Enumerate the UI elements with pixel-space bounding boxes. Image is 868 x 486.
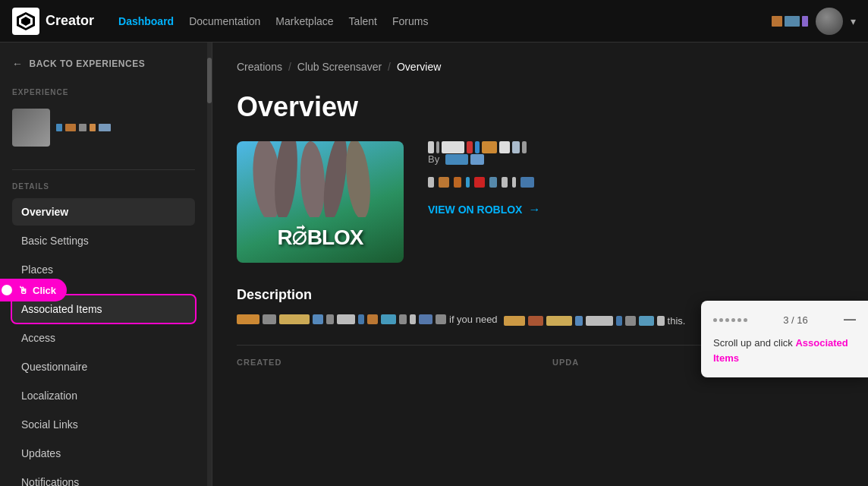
px3 [802, 16, 808, 27]
gtb-4 [467, 141, 473, 153]
sidebar-item-label: Overview [21, 206, 68, 218]
details-label: DETAILS [12, 182, 195, 191]
brand-label: Creator [46, 13, 94, 29]
breadcrumb-club-screensaver[interactable]: Club Screensaver [297, 61, 382, 73]
dtb-3 [279, 314, 310, 324]
dtb-17 [575, 316, 583, 326]
sidebar: ← BACK TO EXPERIENCES EXPERIENCE [0, 43, 212, 486]
sb-6 [489, 177, 497, 188]
svg-point-5 [298, 141, 326, 217]
sidebar-item-localization[interactable]: Localization [12, 382, 195, 409]
dtb-16 [546, 316, 572, 326]
sidebar-item-social-links[interactable]: Social Links [12, 411, 195, 438]
sidebar-item-updates[interactable]: Updates [12, 440, 195, 467]
nav-links: Dashboard Documentation Marketplace Tale… [118, 15, 428, 27]
dtb-6 [337, 314, 355, 324]
sidebar-item-notifications[interactable]: Notifications [12, 469, 195, 486]
by-name-blocks [445, 154, 484, 165]
view-on-roblox-button[interactable]: VIEW ON ROBLOX → [428, 203, 844, 216]
nav-forums[interactable]: Forums [392, 15, 428, 27]
exp-dot-3 [79, 124, 86, 131]
sidebar-scrollbar[interactable] [207, 43, 212, 486]
popup-counter: 3 / 16 [783, 314, 808, 326]
floating-popup: 3 / 16 — Scroll up and click Associated … [701, 301, 868, 377]
popup-text: Scroll up and click Associated Items [713, 336, 856, 365]
desc-suffix2: this. [668, 315, 686, 327]
popup-dot-2 [719, 318, 723, 322]
gtb-5 [475, 141, 480, 153]
gtb-7 [499, 141, 510, 153]
dtb-2 [263, 314, 276, 324]
sb-4 [466, 177, 470, 188]
game-card: R⦳BLOX By [237, 141, 844, 263]
gtb-1 [428, 141, 434, 153]
popup-dot-3 [725, 318, 729, 322]
exp-dot-1 [56, 124, 62, 131]
nav-dashboard[interactable]: Dashboard [118, 15, 174, 27]
dtb-7 [358, 314, 364, 324]
cursor-icon: 🖱 [18, 285, 28, 296]
sidebar-item-label: Updates [21, 447, 61, 459]
back-to-experiences-button[interactable]: ← BACK TO EXPERIENCES [0, 43, 207, 82]
game-thumbnail: R⦳BLOX [237, 141, 404, 263]
dtb-4 [313, 314, 323, 324]
popup-text-content: Scroll up and click [713, 337, 793, 349]
view-btn-label: VIEW ON ROBLOX [428, 204, 522, 216]
click-tooltip: 🖱 Click [0, 279, 67, 301]
popup-header: 3 / 16 — [713, 313, 856, 327]
stat-blocks [428, 177, 844, 188]
px1 [772, 16, 782, 27]
sb-5 [474, 177, 485, 188]
back-label: BACK TO EXPERIENCES [30, 58, 146, 69]
dtb-5 [326, 314, 334, 324]
popup-dot-1 [713, 318, 717, 322]
nav-marketplace[interactable]: Marketplace [275, 15, 333, 27]
gtb-8 [512, 141, 520, 153]
nav-documentation[interactable]: Documentation [189, 15, 260, 27]
sb-1 [428, 177, 434, 188]
dtb-14 [504, 316, 525, 326]
popup-dot-5 [737, 318, 741, 322]
dtb-18 [586, 316, 613, 326]
avatar[interactable] [816, 8, 843, 35]
experience-preview [12, 104, 195, 151]
sb-9 [520, 177, 534, 188]
dtb-1 [237, 314, 259, 324]
dtb-20 [625, 316, 636, 326]
exp-thumbnail [12, 109, 50, 147]
page-title: Overview [237, 91, 844, 123]
details-section: DETAILS Overview Basic Settings Places 🖱… [0, 176, 207, 486]
sidebar-item-access[interactable]: Access [12, 324, 195, 352]
logo-area[interactable]: Creator [12, 8, 94, 35]
bnb-2 [470, 154, 484, 165]
sidebar-item-label: Questionnaire [21, 361, 87, 373]
game-title-blocks [428, 141, 844, 153]
breadcrumb-creations[interactable]: Creations [237, 61, 282, 73]
gtb-9 [522, 141, 527, 153]
popup-minimize-button[interactable]: — [844, 313, 856, 327]
desc-suffix: if you need [449, 314, 498, 325]
dtb-12 [419, 314, 432, 324]
chevron-down-icon[interactable]: ▾ [851, 15, 856, 27]
gtb-2 [436, 141, 439, 153]
gtb-3 [442, 141, 464, 153]
pixel-blocks [772, 16, 808, 27]
exp-dot-2 [65, 124, 76, 131]
sidebar-item-basic-settings[interactable]: Basic Settings [12, 227, 195, 254]
nav-right: ▾ [772, 8, 856, 35]
sidebar-item-label: Notifications [21, 476, 79, 486]
sidebar-item-label: Localization [21, 390, 77, 402]
logo-box [12, 8, 39, 35]
nav-talent[interactable]: Talent [349, 15, 377, 27]
sidebar-divider [12, 169, 195, 170]
by-label: By [428, 153, 439, 165]
sidebar-item-questionnaire[interactable]: Questionnaire [12, 353, 195, 380]
sb-2 [439, 177, 449, 188]
dtb-21 [639, 316, 654, 326]
by-row: By [428, 153, 844, 165]
sb-3 [454, 177, 461, 188]
experience-label: EXPERIENCE [12, 88, 195, 96]
popup-dot-6 [744, 318, 747, 322]
px2 [785, 16, 800, 27]
sidebar-item-overview[interactable]: Overview [12, 198, 195, 226]
